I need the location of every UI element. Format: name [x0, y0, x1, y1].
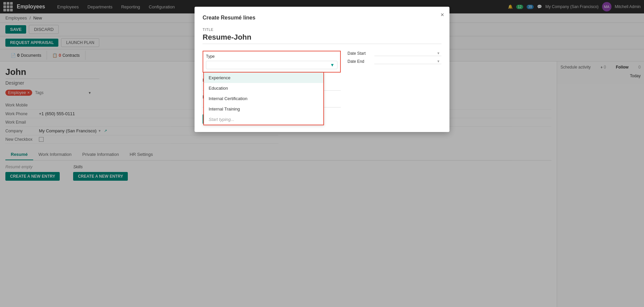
dropdown-item-internal-training[interactable]: Internal Training — [204, 104, 323, 114]
dropdown-item-experience[interactable]: Experience — [204, 73, 323, 83]
dropdown-start-typing: Start typing... — [204, 114, 323, 125]
date-end-row: Date End ▼ — [347, 59, 441, 64]
modal-overlay: × Create Resumé lines Title Type ▼ Exper… — [0, 0, 644, 307]
modal-type-col: Type ▼ Experience Education Internal Cer… — [203, 51, 341, 107]
dropdown-item-internal-certification[interactable]: Internal Certification — [204, 93, 323, 104]
date-start-input[interactable]: ▼ — [374, 51, 441, 56]
modal-close-button[interactable]: × — [440, 11, 444, 18]
type-section-bordered: Type ▼ Experience Education Internal Cer… — [203, 51, 341, 73]
type-select[interactable]: ▼ — [206, 61, 337, 69]
date-end-label: Date End — [347, 59, 374, 64]
modal-title: Create Resumé lines — [203, 15, 441, 21]
type-field-label: Type — [206, 54, 337, 59]
modal-type-date-row: Type ▼ Experience Education Internal Cer… — [203, 51, 441, 107]
date-start-row: Date Start ▼ — [347, 51, 441, 56]
dropdown-item-education[interactable]: Education — [204, 83, 323, 93]
date-start-label: Date Start — [347, 51, 374, 56]
modal-date-col: Date Start ▼ Date End ▼ — [347, 51, 441, 107]
modal-title-section: Title — [203, 28, 441, 51]
type-dropdown-arrow: ▼ — [330, 62, 334, 68]
date-start-arrow: ▼ — [437, 51, 440, 55]
create-resume-modal: × Create Resumé lines Title Type ▼ Exper… — [195, 7, 449, 132]
date-end-arrow: ▼ — [437, 59, 440, 63]
modal-title-input[interactable] — [203, 33, 441, 44]
type-dropdown-list: Experience Education Internal Certificat… — [203, 72, 324, 125]
date-end-input[interactable]: ▼ — [374, 59, 441, 64]
modal-title-label: Title — [203, 28, 441, 32]
